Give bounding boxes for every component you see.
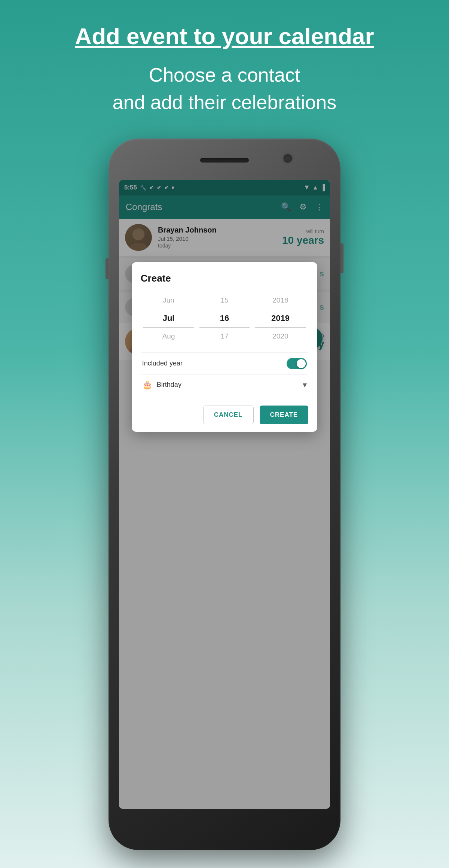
month-next[interactable]: Aug bbox=[141, 328, 196, 345]
day-next[interactable]: 17 bbox=[196, 328, 252, 345]
date-picker[interactable]: Jun Jul Aug 15 16 17 2018 bbox=[141, 292, 308, 345]
phone-camera bbox=[284, 154, 292, 163]
dialog-overlay: Create Jun Jul Aug 15 16 17 bbox=[119, 180, 330, 809]
promo-section: Add event to your calendar Choose a cont… bbox=[45, 22, 404, 116]
month-prev[interactable]: Jun bbox=[141, 292, 196, 309]
phone-body: 5:55 🔧 ✔ ✔ ✔ ▼ ▲ ▐ Congrats 🔍 ⚙ bbox=[109, 139, 340, 850]
create-dialog: Create Jun Jul Aug 15 16 17 bbox=[132, 262, 317, 432]
volume-button bbox=[106, 258, 109, 279]
promo-subtitle: Choose a contact and add their celebrati… bbox=[75, 61, 374, 116]
create-button[interactable]: CREATE bbox=[260, 406, 309, 424]
event-type-row[interactable]: 🎂 Birthday ▾ bbox=[141, 374, 308, 395]
power-button bbox=[340, 243, 343, 273]
year-prev[interactable]: 2018 bbox=[253, 292, 308, 309]
dialog-title: Create bbox=[141, 273, 308, 284]
included-year-toggle[interactable] bbox=[287, 358, 307, 369]
phone-device: 5:55 🔧 ✔ ✔ ✔ ▼ ▲ ▐ Congrats 🔍 ⚙ bbox=[109, 139, 340, 850]
day-picker-col[interactable]: 15 16 17 bbox=[196, 292, 252, 345]
event-type-label: Birthday bbox=[157, 381, 298, 389]
phone-screen: 5:55 🔧 ✔ ✔ ✔ ▼ ▲ ▐ Congrats 🔍 ⚙ bbox=[119, 180, 330, 809]
year-selected[interactable]: 2019 bbox=[253, 309, 308, 328]
phone-speaker bbox=[200, 158, 249, 163]
cancel-button[interactable]: CANCEL bbox=[203, 406, 254, 424]
day-selected[interactable]: 16 bbox=[196, 309, 252, 328]
day-prev[interactable]: 15 bbox=[196, 292, 252, 309]
toggle-label: Included year bbox=[142, 359, 183, 367]
toggle-knob bbox=[297, 359, 306, 368]
month-picker-col[interactable]: Jun Jul Aug bbox=[141, 292, 196, 345]
type-chevron-icon[interactable]: ▾ bbox=[303, 380, 307, 390]
promo-title: Add event to your calendar bbox=[75, 22, 374, 50]
included-year-toggle-row: Included year bbox=[141, 352, 308, 374]
year-next[interactable]: 2020 bbox=[253, 328, 308, 345]
year-picker-col[interactable]: 2018 2019 2020 bbox=[253, 292, 308, 345]
event-type-emoji: 🎂 bbox=[142, 380, 152, 390]
month-selected[interactable]: Jul bbox=[141, 309, 196, 328]
dialog-buttons: CANCEL CREATE bbox=[141, 403, 308, 424]
